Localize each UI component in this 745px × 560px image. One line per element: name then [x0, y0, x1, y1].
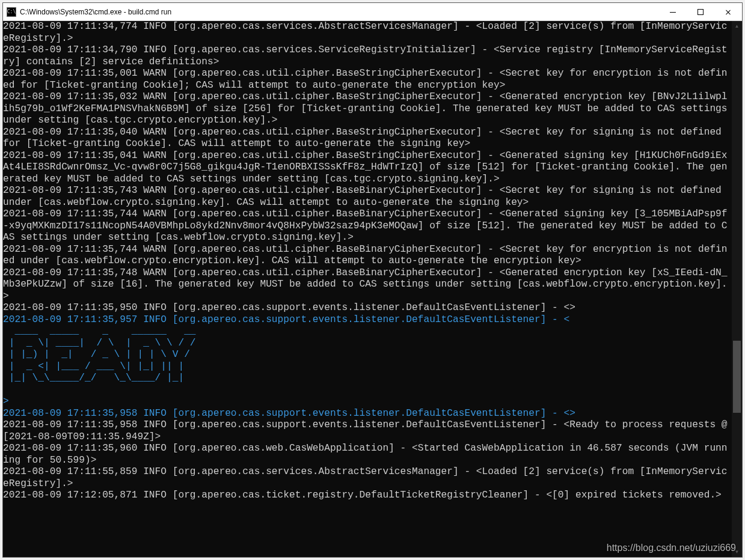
window-title: C:\Windows\System32\cmd.exe - build.cmd … — [20, 8, 659, 16]
scroll-track[interactable] — [732, 31, 742, 547]
log-line: 2021-08-09 17:11:55,859 INFO [org.apereo… — [3, 466, 728, 489]
cmd-icon: C:\ — [7, 7, 16, 17]
scroll-up-arrow-icon[interactable]: ▲ — [732, 21, 742, 31]
log-line: 2021-08-09 17:11:35,040 WARN [org.apereo… — [3, 127, 728, 150]
log-line: 2021-08-09 17:11:35,950 INFO [org.apereo… — [3, 302, 575, 313]
log-line: 2021-08-09 17:11:35,743 WARN [org.apereo… — [3, 185, 728, 208]
log-line: 2021-08-09 17:11:35,744 WARN [org.apereo… — [3, 208, 728, 243]
ready-ascii-art: ____ _____ _ ______ __ | _ \| ____| / \ … — [3, 326, 196, 383]
maximize-button[interactable] — [687, 3, 714, 20]
cmd-window: C:\ C:\Windows\System32\cmd.exe - build.… — [2, 2, 743, 558]
vertical-scrollbar[interactable]: ▲ ▼ — [732, 21, 742, 557]
log-line: 2021-08-09 17:11:35,041 WARN [org.apereo… — [3, 150, 728, 184]
log-line: 2021-08-09 17:11:35,032 WARN [org.apereo… — [3, 91, 732, 126]
log-line: 2021-08-09 17:11:35,960 INFO [org.apereo… — [3, 443, 728, 466]
watermark-text: https://blog.csdn.net/uziuzi669 — [607, 543, 736, 553]
log-line-highlight: > — [3, 396, 9, 407]
titlebar[interactable]: C:\ C:\Windows\System32\cmd.exe - build.… — [3, 3, 742, 21]
log-line-highlight: 2021-08-09 17:11:35,957 INFO [org.apereo… — [3, 314, 569, 325]
close-button[interactable] — [714, 3, 742, 20]
log-line: 2021-08-09 17:11:34,790 INFO [org.apereo… — [3, 44, 728, 67]
window-controls — [659, 3, 742, 20]
log-line: 2021-08-09 17:11:34,774 INFO [org.apereo… — [3, 21, 728, 44]
log-line: 2021-08-09 17:11:35,001 WARN [org.apereo… — [3, 68, 728, 91]
log-line: 2021-08-09 17:12:05,871 INFO [org.apereo… — [3, 490, 722, 501]
log-line: 2021-08-09 17:11:35,748 WARN [org.apereo… — [3, 267, 728, 302]
console-area: 2021-08-09 17:11:34,774 INFO [org.apereo… — [3, 21, 742, 557]
log-line-highlight: 2021-08-09 17:11:35,958 INFO [org.apereo… — [3, 408, 575, 419]
log-line: 2021-08-09 17:11:35,744 WARN [org.apereo… — [3, 244, 728, 267]
minimize-button[interactable] — [659, 3, 687, 20]
console-output[interactable]: 2021-08-09 17:11:34,774 INFO [org.apereo… — [3, 21, 732, 557]
log-line: 2021-08-09 17:11:35,958 INFO [org.apereo… — [3, 419, 732, 442]
scroll-thumb[interactable] — [733, 341, 741, 413]
